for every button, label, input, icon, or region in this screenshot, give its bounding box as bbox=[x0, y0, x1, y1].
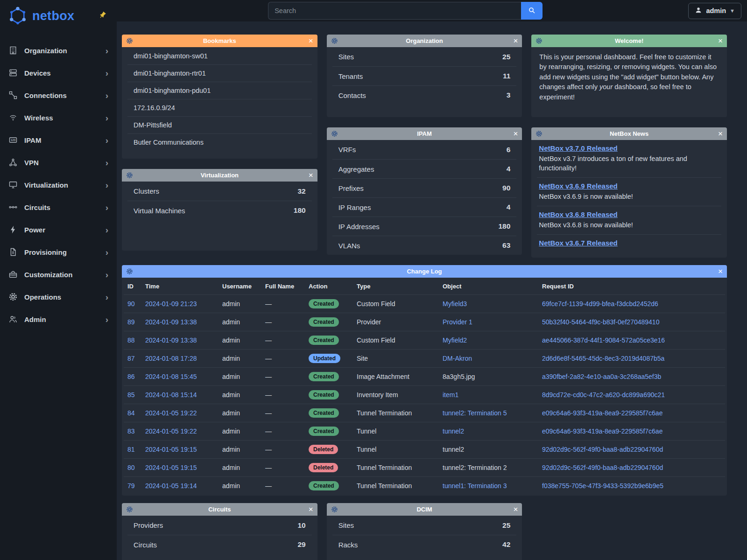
brand-name[interactable]: netbox bbox=[32, 9, 74, 23]
change-object-link[interactable]: item1 bbox=[443, 391, 458, 399]
stat-row[interactable]: Contacts 3 bbox=[332, 85, 517, 105]
stat-row[interactable]: Aggregates 4 bbox=[332, 159, 517, 178]
change-time-link[interactable]: 2024-01-05 19:15 bbox=[145, 464, 197, 471]
gear-icon[interactable] bbox=[536, 130, 543, 137]
close-icon[interactable]: × bbox=[306, 171, 313, 179]
close-icon[interactable]: × bbox=[511, 505, 518, 513]
change-id-link[interactable]: 87 bbox=[127, 355, 135, 362]
news-headline-link[interactable]: NetBox v3.6.8 Released bbox=[539, 210, 617, 218]
sidebar-item-power[interactable]: Power › bbox=[0, 218, 117, 241]
pin-sidebar-icon[interactable] bbox=[99, 11, 106, 21]
bookmark-item[interactable]: dmi01-binghamton-rtr01 bbox=[127, 64, 312, 82]
stat-row[interactable]: IP Ranges 4 bbox=[332, 197, 517, 217]
stat-row[interactable]: Providers 10 bbox=[127, 516, 312, 535]
change-time-link[interactable]: 2024-01-05 19:22 bbox=[145, 409, 197, 417]
change-id-link[interactable]: 83 bbox=[127, 427, 135, 435]
sidebar-item-operations[interactable]: Operations › bbox=[0, 286, 117, 308]
bookmark-item[interactable]: dmi01-binghamton-pdu01 bbox=[127, 82, 312, 99]
request-id-link[interactable]: 92d02d9c-562f-49f0-baa8-adb22904760d bbox=[542, 446, 663, 453]
user-menu-button[interactable]: admin ▼ bbox=[688, 3, 741, 19]
stat-row[interactable]: IP Addresses 180 bbox=[332, 217, 517, 236]
change-object-link[interactable]: tunnel1: Termination 3 bbox=[443, 482, 507, 490]
sidebar-item-provisioning[interactable]: Provisioning › bbox=[0, 241, 117, 263]
change-object-link[interactable]: tunnel2 bbox=[443, 427, 464, 435]
change-id-link[interactable]: 84 bbox=[127, 409, 135, 417]
request-id-link[interactable]: 8d9cd72e-cd0c-47c2-a620-dc899a690c21 bbox=[542, 391, 665, 399]
change-id-link[interactable]: 90 bbox=[127, 300, 135, 308]
bookmark-item[interactable]: Butler Communications bbox=[127, 133, 312, 151]
change-time-link[interactable]: 2024-01-05 19:22 bbox=[145, 427, 197, 435]
sidebar-item-ipam[interactable]: 123 IPAM › bbox=[0, 129, 117, 151]
close-icon[interactable]: × bbox=[306, 505, 313, 513]
change-object-link[interactable]: Myfield2 bbox=[443, 336, 467, 344]
stat-row[interactable]: Sites 25 bbox=[332, 47, 517, 66]
news-headline-link[interactable]: NetBox v3.7.0 Released bbox=[539, 144, 617, 152]
close-icon[interactable]: × bbox=[511, 130, 518, 138]
sidebar-item-admin[interactable]: Admin › bbox=[0, 308, 117, 330]
sidebar-item-organization[interactable]: Organization › bbox=[0, 39, 117, 62]
change-object-link[interactable]: Myfield3 bbox=[443, 300, 467, 308]
change-time-link[interactable]: 2024-01-09 13:38 bbox=[145, 336, 197, 344]
gear-icon[interactable] bbox=[126, 506, 133, 513]
stat-row[interactable]: Prefixes 90 bbox=[332, 178, 517, 197]
close-icon[interactable]: × bbox=[716, 130, 723, 138]
change-object-link[interactable]: DM-Akron bbox=[443, 355, 472, 362]
close-icon[interactable]: × bbox=[511, 37, 518, 45]
close-icon[interactable]: × bbox=[716, 37, 723, 45]
change-time-link[interactable]: 2024-01-08 15:45 bbox=[145, 373, 197, 380]
request-id-link[interactable]: e09c64a6-93f3-419a-8ea9-229585f7c6ae bbox=[542, 409, 662, 417]
stat-row[interactable]: Tenants 11 bbox=[332, 66, 517, 85]
gear-icon[interactable] bbox=[331, 37, 338, 44]
sidebar-item-customization[interactable]: Customization › bbox=[0, 263, 117, 286]
sidebar-item-wireless[interactable]: Wireless › bbox=[0, 106, 117, 129]
change-id-link[interactable]: 81 bbox=[127, 446, 135, 453]
sidebar-item-connections[interactable]: Connections › bbox=[0, 84, 117, 106]
bookmark-item[interactable]: dmi01-binghamton-sw01 bbox=[127, 47, 312, 64]
close-icon[interactable]: × bbox=[306, 37, 313, 45]
change-id-link[interactable]: 88 bbox=[127, 336, 135, 344]
sidebar-item-devices[interactable]: Devices › bbox=[0, 62, 117, 84]
close-icon[interactable]: × bbox=[716, 267, 723, 275]
change-id-link[interactable]: 85 bbox=[127, 391, 135, 399]
request-id-link[interactable]: f038e755-705e-47f3-9433-5392b9e6b9e5 bbox=[542, 482, 663, 490]
stat-row[interactable]: Clusters 32 bbox=[127, 182, 312, 201]
stat-row[interactable]: Racks 42 bbox=[332, 535, 517, 554]
gear-icon[interactable] bbox=[331, 130, 338, 137]
change-id-link[interactable]: 89 bbox=[127, 318, 135, 326]
gear-icon[interactable] bbox=[126, 37, 133, 44]
bookmark-item[interactable]: 172.16.0.9/24 bbox=[127, 99, 312, 116]
change-id-link[interactable]: 86 bbox=[127, 373, 135, 380]
change-time-link[interactable]: 2024-01-08 17:28 bbox=[145, 355, 197, 362]
gear-icon[interactable] bbox=[331, 506, 338, 513]
change-id-link[interactable]: 80 bbox=[127, 464, 135, 471]
request-id-link[interactable]: 2d6d6e8f-5465-45dc-8ec3-2019d4087b5a bbox=[542, 355, 664, 362]
news-headline-link[interactable]: NetBox v3.6.9 Released bbox=[539, 182, 617, 190]
request-id-link[interactable]: 92d02d9c-562f-49f0-baa8-adb22904760d bbox=[542, 464, 663, 471]
stat-row[interactable]: VLANs 63 bbox=[332, 236, 517, 255]
request-id-link[interactable]: a390fbef-2a82-4e10-aa0a-3c268aa5ef3b bbox=[542, 373, 661, 380]
gear-icon[interactable] bbox=[536, 37, 543, 44]
request-id-link[interactable]: e09c64a6-93f3-419a-8ea9-229585f7c6ae bbox=[542, 427, 662, 435]
stat-row[interactable]: Sites 25 bbox=[332, 516, 517, 535]
gear-icon[interactable] bbox=[126, 268, 133, 275]
request-id-link[interactable]: 69fce7cf-1139-4d99-bfea-f3dcbd2452d6 bbox=[542, 300, 658, 308]
gear-icon[interactable] bbox=[126, 172, 133, 179]
change-time-link[interactable]: 2024-01-09 21:23 bbox=[145, 300, 197, 308]
request-id-link[interactable]: 50b32f40-5464-4f9c-b83f-0ef270489410 bbox=[542, 318, 659, 326]
sidebar-item-circuits[interactable]: Circuits › bbox=[0, 196, 117, 218]
netbox-logo-icon[interactable] bbox=[7, 6, 28, 26]
change-time-link[interactable]: 2024-01-05 19:14 bbox=[145, 482, 197, 490]
sidebar-item-vpn[interactable]: VPN › bbox=[0, 151, 117, 174]
sidebar-item-virtualization[interactable]: Virtualization › bbox=[0, 174, 117, 196]
stat-row[interactable]: Circuits 29 bbox=[127, 535, 312, 554]
stat-row[interactable]: VRFs 6 bbox=[332, 140, 517, 159]
change-time-link[interactable]: 2024-01-09 13:38 bbox=[145, 318, 197, 326]
change-time-link[interactable]: 2024-01-05 19:15 bbox=[145, 446, 197, 453]
stat-row[interactable]: Virtual Machines 180 bbox=[127, 201, 312, 220]
search-button[interactable] bbox=[521, 2, 543, 20]
change-object-link[interactable]: tunnel2: Termination 5 bbox=[443, 409, 507, 417]
news-headline-link[interactable]: NetBox v3.6.7 Released bbox=[539, 239, 617, 247]
change-id-link[interactable]: 79 bbox=[127, 482, 135, 490]
bookmark-item[interactable]: DM-Pittsfield bbox=[127, 116, 312, 133]
change-time-link[interactable]: 2024-01-08 15:14 bbox=[145, 391, 197, 399]
